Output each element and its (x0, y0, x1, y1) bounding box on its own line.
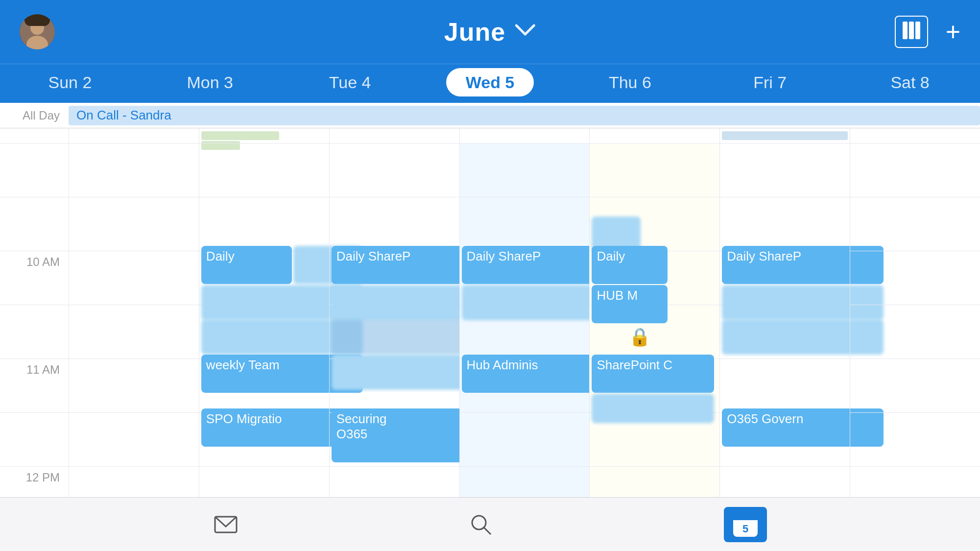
col-sun (69, 143, 199, 528)
header-actions: + (895, 16, 960, 48)
day-sat8[interactable]: Sat 8 (840, 64, 980, 103)
svg-rect-13 (732, 517, 759, 520)
col-mon: Daily weekly Team SPO Migratio (199, 143, 329, 528)
day-tue4[interactable]: Tue 4 (280, 64, 420, 103)
header-title-group: June (444, 17, 536, 47)
days-grid: Daily weekly Team SPO Migratio (69, 143, 980, 528)
svg-point-9 (472, 516, 486, 529)
app-header: June + (0, 0, 980, 64)
time-slot-1130 (0, 412, 69, 466)
time-slot-1030 (0, 305, 69, 359)
col-tue: Daily ShareP SecuringO365 (329, 143, 459, 528)
allday-event[interactable]: On Call - Sandra (69, 106, 980, 125)
allday-label: All Day (0, 109, 69, 122)
day-navigation: Sun 2 Mon 3 Tue 4 Wed 5 Thu 6 Fri 7 Sat … (0, 64, 980, 103)
event-thu-blurred2[interactable] (592, 394, 714, 423)
day-fri7-label: Fri 7 (753, 73, 787, 92)
avatar[interactable] (20, 14, 55, 49)
strip-tue (329, 128, 459, 143)
day-thu6-label: Thu 6 (609, 73, 651, 92)
day-wed5[interactable]: Wed 5 (420, 64, 560, 103)
event-thu-daily[interactable]: Daily (592, 246, 668, 284)
day-wed5-label: Wed 5 (446, 68, 534, 96)
strip-fri (719, 128, 850, 143)
tab-search[interactable] (468, 512, 494, 537)
day-thu6[interactable]: Thu 6 (560, 64, 700, 103)
time-slot-11am: 11 AM (0, 359, 69, 412)
day-tue4-label: Tue 4 (329, 73, 371, 92)
avatar-image (20, 14, 55, 49)
svg-line-10 (484, 527, 491, 534)
day-sun2[interactable]: Sun 2 (0, 64, 140, 103)
chevron-down-icon[interactable] (514, 23, 536, 41)
col-sat (850, 143, 980, 528)
strip-mon (199, 128, 329, 143)
time-slot-10am: 10 AM (0, 251, 69, 305)
time-slot-9am (0, 143, 69, 197)
time-slot-930 (0, 197, 69, 251)
tab-mail[interactable] (213, 512, 239, 537)
strip-sun (69, 128, 199, 143)
lock-icon: 🔒 (629, 327, 651, 347)
svg-text:5: 5 (742, 523, 748, 535)
day-mon3[interactable]: Mon 3 (140, 64, 280, 103)
event-thu-hub[interactable]: HUB M (592, 285, 668, 323)
svg-rect-6 (909, 22, 914, 39)
calendar-body: 10 AM 11 AM 12 PM 1 PM 2 PM (0, 143, 980, 528)
tab-calendar[interactable]: 5 (724, 507, 767, 542)
svg-rect-7 (915, 22, 920, 39)
col-wed: Daily ShareP Hub Adminis (459, 143, 590, 528)
top-strip (0, 128, 980, 143)
view-toggle-button[interactable] (895, 16, 928, 48)
svg-rect-5 (903, 22, 908, 39)
strip-sat (850, 128, 980, 143)
time-column: 10 AM 11 AM 12 PM 1 PM 2 PM (0, 143, 69, 528)
tab-bar: 5 (0, 497, 980, 551)
day-sun2-label: Sun 2 (48, 73, 92, 92)
event-mon-daily[interactable]: Daily (201, 246, 292, 284)
allday-row: All Day On Call - Sandra (0, 103, 980, 128)
day-fri7[interactable]: Fri 7 (700, 64, 840, 103)
month-title: June (444, 17, 505, 47)
add-event-button[interactable]: + (946, 17, 960, 47)
svg-point-4 (24, 15, 50, 25)
day-mon3-label: Mon 3 (187, 73, 234, 92)
col-thu: Daily HUB M 🔒 SharePoint C (589, 143, 719, 528)
strip-thu (589, 128, 719, 143)
col-fri: Daily ShareP O365 Govern (719, 143, 850, 528)
event-thu-sharepoint[interactable]: SharePoint C (592, 355, 714, 393)
strip-wed (459, 128, 590, 143)
day-sat8-label: Sat 8 (890, 73, 929, 92)
